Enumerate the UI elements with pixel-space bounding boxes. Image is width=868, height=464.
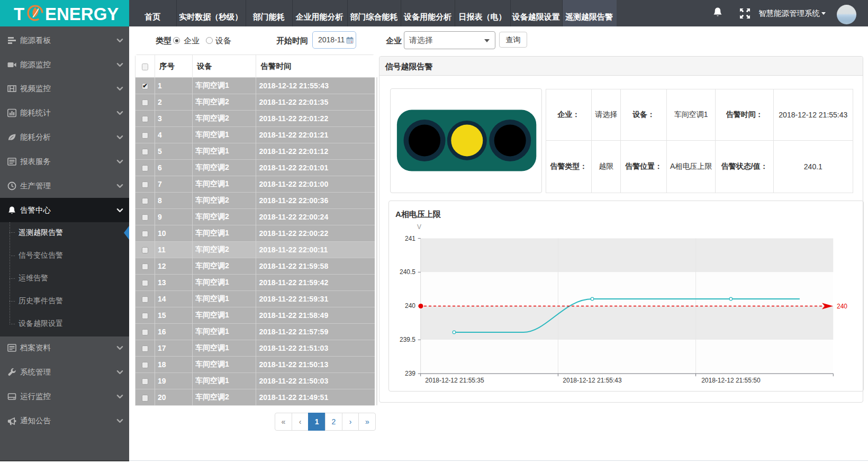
svg-text:239: 239 bbox=[405, 370, 415, 378]
svg-text:A相电压上限: A相电压上限 bbox=[395, 210, 441, 219]
svg-text:2018-12-12 21:55:50: 2018-12-12 21:55:50 bbox=[701, 377, 761, 384]
svg-text:240: 240 bbox=[405, 303, 415, 310]
svg-text:239.5: 239.5 bbox=[400, 336, 415, 344]
svg-text:240: 240 bbox=[837, 303, 847, 310]
svg-text:2018-12-12 21:55:43: 2018-12-12 21:55:43 bbox=[563, 377, 622, 384]
svg-text:V: V bbox=[417, 223, 421, 231]
svg-text:2018-12-12 21:55:35: 2018-12-12 21:55:35 bbox=[425, 377, 484, 384]
svg-text:240.5: 240.5 bbox=[400, 269, 415, 276]
svg-text:241: 241 bbox=[405, 235, 415, 242]
